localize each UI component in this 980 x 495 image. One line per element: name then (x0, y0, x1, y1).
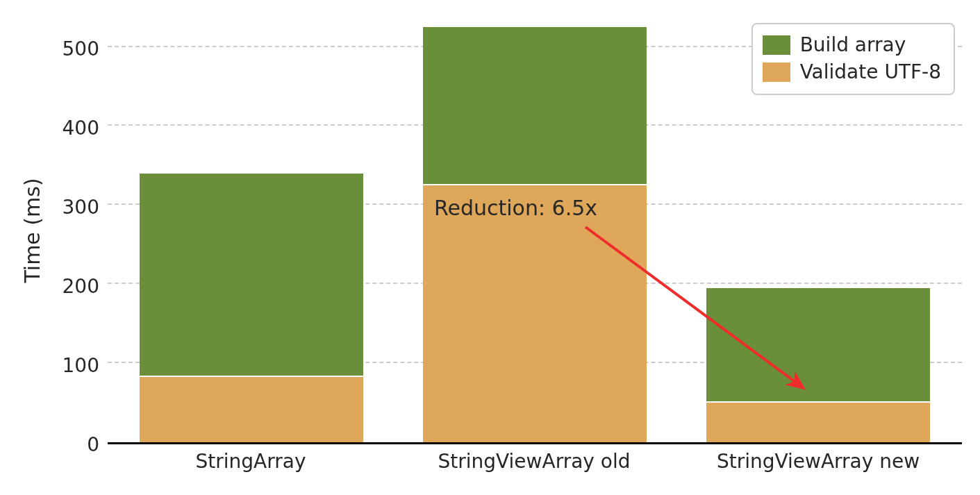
ytick-500: 500 (30, 37, 99, 60)
legend-entry-build: Build array (763, 31, 941, 58)
legend-entry-validate: Validate UTF-8 (763, 58, 941, 85)
bar-validate-0 (140, 377, 363, 443)
bar-validate-1 (423, 185, 647, 442)
plot-area: Reduction: 6.5x Build array Validate UTF… (108, 17, 962, 444)
legend-label-build: Build array (800, 33, 906, 56)
legend-swatch-build (763, 35, 790, 55)
ytick-400: 400 (30, 117, 99, 140)
xtick-1: StringViewArray old (438, 450, 630, 473)
stacked-bar-chart: Time (ms) 0 100 200 300 400 500 StringAr… (0, 0, 980, 495)
ytick-200: 200 (30, 275, 99, 298)
ytick-0: 0 (30, 433, 99, 456)
bar-build-0 (140, 174, 363, 377)
legend-label-validate: Validate UTF-8 (800, 60, 941, 83)
legend-swatch-validate (763, 62, 790, 82)
bar-build-2 (706, 288, 930, 403)
ytick-100: 100 (30, 354, 99, 377)
bar-build-1 (423, 27, 647, 185)
xtick-0: StringArray (196, 450, 306, 473)
xtick-2: StringViewArray new (717, 450, 920, 473)
bar-validate-2 (706, 403, 930, 442)
ytick-300: 300 (30, 196, 99, 219)
annotation-text: Reduction: 6.5x (434, 196, 597, 220)
legend: Build array Validate UTF-8 (751, 23, 955, 95)
y-axis-label: Time (ms) (20, 178, 44, 283)
